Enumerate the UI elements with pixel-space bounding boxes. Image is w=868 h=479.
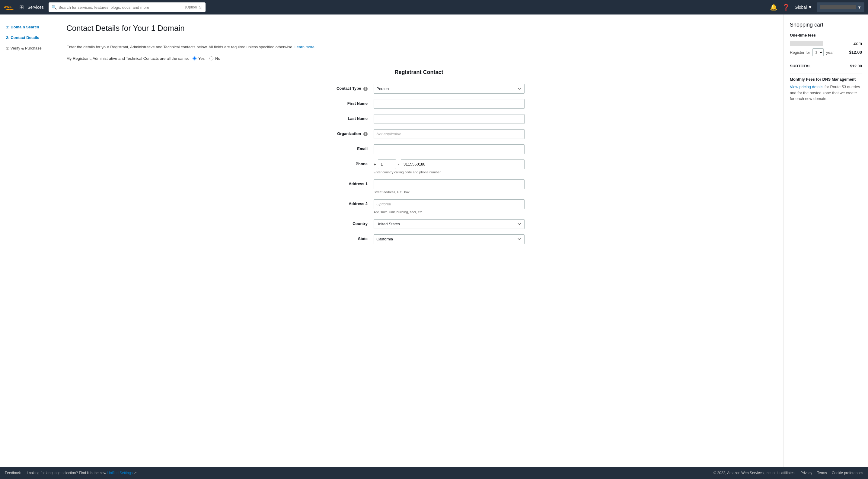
- cart-price: $12.00: [849, 50, 862, 55]
- account-menu[interactable]: ▼: [817, 2, 864, 12]
- sidebar-item-domain-search[interactable]: 1: Domain Search: [0, 22, 54, 32]
- global-chevron-icon: ▼: [808, 5, 812, 10]
- main-content: Contact Details for Your 1 Domain Enter …: [54, 14, 783, 467]
- intro-text: Enter the details for your Registrant, A…: [66, 44, 771, 50]
- address1-label: Address 1: [313, 179, 374, 186]
- address1-row: Address 1 Street address, P.O. box: [313, 179, 525, 194]
- state-control: Alabama Alaska Arizona California Colora…: [374, 234, 525, 244]
- cart-domain-row: .com: [790, 41, 862, 46]
- global-label: Global: [795, 5, 807, 10]
- state-label: State: [313, 234, 374, 241]
- address2-control: Apt, suite, unit, building, floor, etc.: [374, 199, 525, 214]
- search-bar[interactable]: 🔍 [Option+S]: [49, 2, 206, 12]
- account-label: [820, 5, 856, 9]
- region-selector[interactable]: Global ▼: [795, 5, 812, 10]
- search-icon: 🔍: [52, 5, 57, 10]
- sidebar-item-contact-details: 2: Contact Details: [0, 32, 54, 43]
- topnav-right-actions: 🔔 ❓ Global ▼ ▼: [770, 2, 864, 12]
- phone-plus-sign: +: [374, 162, 376, 167]
- phone-country-code-input[interactable]: [378, 159, 396, 169]
- address2-label: Address 2: [313, 199, 374, 206]
- cart-monthly-fees-label: Monthly Fees for DNS Management: [790, 77, 862, 82]
- feedback-button[interactable]: Feedback: [5, 471, 21, 475]
- same-contacts-label: My Registrant, Administrative and Techni…: [66, 56, 189, 61]
- aws-logo[interactable]: aws: [4, 3, 16, 11]
- grid-icon[interactable]: ⊞: [19, 4, 24, 10]
- email-input[interactable]: [374, 144, 525, 154]
- footer: Feedback Looking for language selection?…: [0, 467, 868, 479]
- no-radio-label[interactable]: No: [210, 56, 220, 61]
- unified-settings-link[interactable]: Unified Settings: [107, 471, 133, 475]
- registrant-section-title: Registrant Contact: [66, 69, 771, 76]
- organization-input[interactable]: [374, 129, 525, 139]
- same-contacts-radio-group: Yes No: [192, 56, 220, 61]
- state-row: State Alabama Alaska Arizona California …: [313, 234, 525, 244]
- footer-right: © 2022, Amazon Web Services, Inc. or its…: [713, 471, 863, 475]
- organization-control: [374, 129, 525, 139]
- country-row: Country United States Canada United King…: [313, 219, 525, 229]
- address1-input[interactable]: [374, 179, 525, 189]
- contact-type-control: Person Company Association Public Body R…: [374, 84, 525, 94]
- first-name-label: First Name: [313, 99, 374, 106]
- learn-more-link[interactable]: Learn more.: [294, 45, 316, 49]
- last-name-row: Last Name: [313, 114, 525, 124]
- first-name-input[interactable]: [374, 99, 525, 109]
- organization-label: Organization i: [313, 129, 374, 136]
- sidebar: 1: Domain Search 2: Contact Details 3: V…: [0, 14, 54, 467]
- top-navigation: aws ⊞ Services 🔍 [Option+S] 🔔 ❓ Global ▼…: [0, 0, 868, 14]
- same-contacts-row: My Registrant, Administrative and Techni…: [66, 56, 771, 61]
- terms-link[interactable]: Terms: [817, 471, 827, 475]
- address2-hint: Apt, suite, unit, building, floor, etc.: [374, 210, 525, 214]
- view-pricing-link[interactable]: View pricing details: [790, 85, 823, 89]
- cookie-preferences-link[interactable]: Cookie preferences: [832, 471, 863, 475]
- year-label: year: [826, 50, 834, 55]
- phone-group: + ·: [374, 159, 525, 169]
- phone-number-input[interactable]: [401, 159, 525, 169]
- privacy-link[interactable]: Privacy: [800, 471, 812, 475]
- domain-search-link[interactable]: 1: Domain Search: [6, 25, 39, 29]
- cart-divider-2: [790, 73, 862, 73]
- contact-type-row: Contact Type i Person Company Associatio…: [313, 84, 525, 94]
- no-radio[interactable]: [210, 57, 213, 60]
- shopping-cart: Shopping cart One-time fees .com Registe…: [783, 14, 868, 467]
- last-name-label: Last Name: [313, 114, 374, 121]
- cart-one-time-fees-label: One-time fees: [790, 33, 862, 37]
- services-nav-label[interactable]: Services: [28, 5, 44, 10]
- subtotal-label: SUBTOTAL: [790, 64, 811, 68]
- page-title: Contact Details for Your 1 Domain: [66, 24, 771, 33]
- yes-radio[interactable]: [192, 57, 196, 60]
- address2-input[interactable]: [374, 199, 525, 209]
- register-years-select[interactable]: 1 2 3 5: [812, 48, 824, 56]
- first-name-control: [374, 99, 525, 109]
- register-for-label: Register for: [790, 50, 810, 55]
- email-control: [374, 144, 525, 154]
- organization-info-icon[interactable]: i: [363, 132, 368, 136]
- phone-dot-separator: ·: [398, 162, 399, 167]
- cart-domain-suffix: .com: [853, 41, 862, 46]
- main-layout: 1: Domain Search 2: Contact Details 3: V…: [0, 14, 868, 467]
- contact-type-label: Contact Type i: [313, 84, 374, 91]
- email-label: Email: [313, 144, 374, 151]
- contact-type-select[interactable]: Person Company Association Public Body R…: [374, 84, 525, 94]
- last-name-control: [374, 114, 525, 124]
- help-button[interactable]: ❓: [782, 4, 790, 11]
- subtotal-price: $12.00: [850, 64, 862, 68]
- copyright-text: © 2022, Amazon Web Services, Inc. or its…: [713, 471, 796, 475]
- notifications-button[interactable]: 🔔: [770, 4, 777, 11]
- last-name-input[interactable]: [374, 114, 525, 124]
- country-control: United States Canada United Kingdom Aust…: [374, 219, 525, 229]
- email-row: Email: [313, 144, 525, 154]
- state-select[interactable]: Alabama Alaska Arizona California Colora…: [374, 234, 525, 244]
- phone-row: Phone + · Enter country calling code and…: [313, 159, 525, 174]
- contact-type-info-icon[interactable]: i: [363, 87, 368, 91]
- cart-domain-name: [790, 41, 823, 46]
- address1-control: Street address, P.O. box: [374, 179, 525, 194]
- search-input[interactable]: [59, 5, 184, 10]
- cart-register-row: Register for 1 2 3 5 year $12.00: [790, 48, 862, 56]
- address2-row: Address 2 Apt, suite, unit, building, fl…: [313, 199, 525, 214]
- country-select[interactable]: United States Canada United Kingdom Aust…: [374, 219, 525, 229]
- cart-subtotal-row: SUBTOTAL $12.00: [790, 64, 862, 68]
- first-name-row: First Name: [313, 99, 525, 109]
- address1-hint: Street address, P.O. box: [374, 190, 525, 194]
- yes-radio-label[interactable]: Yes: [192, 56, 205, 61]
